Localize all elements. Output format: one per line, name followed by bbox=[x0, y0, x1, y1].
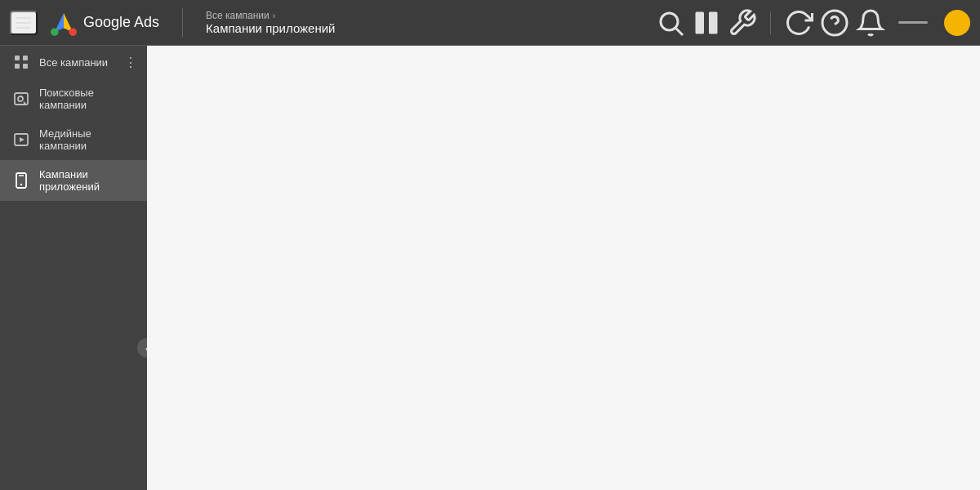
content-area bbox=[147, 46, 980, 490]
svg-rect-13 bbox=[15, 64, 20, 69]
refresh-button[interactable] bbox=[784, 8, 813, 38]
app-title: Google Ads bbox=[83, 14, 159, 31]
main-area: Все кампании ⋮ Поисковые кампании Медийн… bbox=[0, 46, 980, 490]
sidebar-item-all-campaigns[interactable]: Все кампании ⋮ bbox=[0, 46, 147, 78]
hamburger-line-2 bbox=[16, 22, 31, 24]
svg-point-3 bbox=[51, 28, 59, 36]
hamburger-button[interactable] bbox=[10, 11, 38, 35]
help-icon bbox=[820, 8, 849, 38]
tools-icon bbox=[728, 8, 757, 38]
google-ads-logo: Google Ads bbox=[51, 10, 159, 36]
svg-rect-15 bbox=[15, 93, 28, 105]
svg-point-5 bbox=[661, 13, 678, 30]
search-icon bbox=[656, 8, 685, 38]
sidebar-search-campaigns-label: Поисковые кампании bbox=[39, 87, 134, 111]
sidebar-item-search-campaigns[interactable]: Поисковые кампании bbox=[0, 78, 147, 119]
sidebar: Все кампании ⋮ Поисковые кампании Медийн… bbox=[0, 46, 147, 490]
sidebar-more-button[interactable]: ⋮ bbox=[121, 52, 140, 72]
hamburger-line-3 bbox=[16, 27, 31, 29]
svg-line-6 bbox=[676, 28, 683, 34]
sidebar-collapse-button[interactable]: ‹ bbox=[136, 336, 147, 359]
nav-right-separator bbox=[770, 11, 771, 34]
google-ads-logo-icon bbox=[51, 10, 77, 36]
breadcrumb-parent-label: Все кампании bbox=[206, 10, 270, 21]
svg-line-17 bbox=[24, 102, 25, 104]
svg-point-21 bbox=[20, 184, 22, 185]
columns-button[interactable] bbox=[692, 8, 721, 38]
svg-rect-11 bbox=[15, 56, 20, 60]
account-line bbox=[898, 21, 928, 24]
collapse-icon: ‹ bbox=[145, 342, 147, 354]
tools-button[interactable] bbox=[728, 8, 757, 38]
nav-left: Google Ads Все кампании › Кампании прило… bbox=[10, 8, 656, 38]
svg-marker-19 bbox=[20, 137, 24, 142]
breadcrumb-parent-row: Все кампании › bbox=[206, 10, 335, 21]
help-button[interactable] bbox=[820, 8, 849, 38]
sidebar-app-campaigns-label: Кампании приложений bbox=[39, 168, 134, 193]
hamburger-line-1 bbox=[16, 17, 31, 19]
sidebar-item-app-campaigns[interactable]: Кампании приложений bbox=[0, 160, 147, 201]
media-campaigns-icon bbox=[13, 131, 29, 148]
svg-rect-7 bbox=[696, 11, 705, 33]
svg-point-16 bbox=[18, 96, 23, 101]
svg-rect-8 bbox=[709, 11, 718, 33]
svg-rect-12 bbox=[23, 56, 28, 60]
svg-rect-14 bbox=[23, 64, 28, 69]
refresh-icon bbox=[784, 8, 813, 38]
nav-right bbox=[656, 8, 970, 38]
top-navigation: Google Ads Все кампании › Кампании прило… bbox=[0, 0, 980, 46]
search-button[interactable] bbox=[656, 8, 685, 38]
notifications-button[interactable] bbox=[856, 8, 885, 38]
svg-point-4 bbox=[69, 28, 77, 36]
columns-icon bbox=[692, 8, 721, 38]
grid-icon bbox=[13, 54, 29, 70]
sidebar-item-media-campaigns[interactable]: Медийные кампании bbox=[0, 119, 147, 160]
app-campaigns-icon bbox=[13, 172, 29, 189]
sidebar-media-campaigns-label: Медийные кампании bbox=[39, 127, 134, 152]
breadcrumb-current-label: Кампании приложений bbox=[206, 21, 335, 35]
breadcrumb-arrow-icon: › bbox=[273, 11, 275, 20]
breadcrumb-area: Все кампании › Кампании приложений bbox=[206, 10, 335, 35]
nav-divider bbox=[182, 8, 183, 38]
bell-icon bbox=[856, 8, 885, 38]
sidebar-all-campaigns-label: Все кампании bbox=[39, 56, 134, 69]
user-avatar[interactable] bbox=[944, 10, 970, 36]
search-campaigns-icon bbox=[13, 91, 29, 107]
